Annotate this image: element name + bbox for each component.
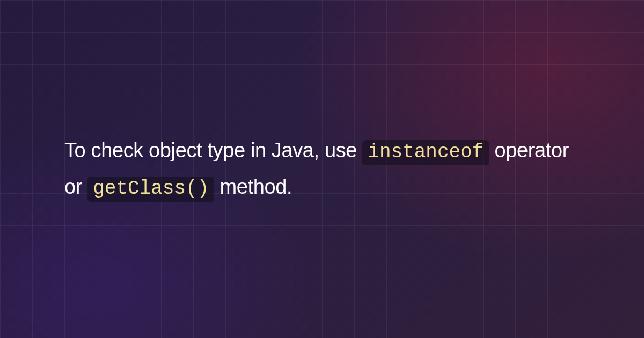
text-segment-3: method. <box>214 175 292 198</box>
text-segment-1: To check object type in Java, use <box>64 139 362 161</box>
code-getclass: getClass() <box>87 177 214 202</box>
content-container: To check object type in Java, use instan… <box>0 0 644 338</box>
main-text: To check object type in Java, use instan… <box>64 133 580 205</box>
code-instanceof: instanceof <box>362 140 489 165</box>
